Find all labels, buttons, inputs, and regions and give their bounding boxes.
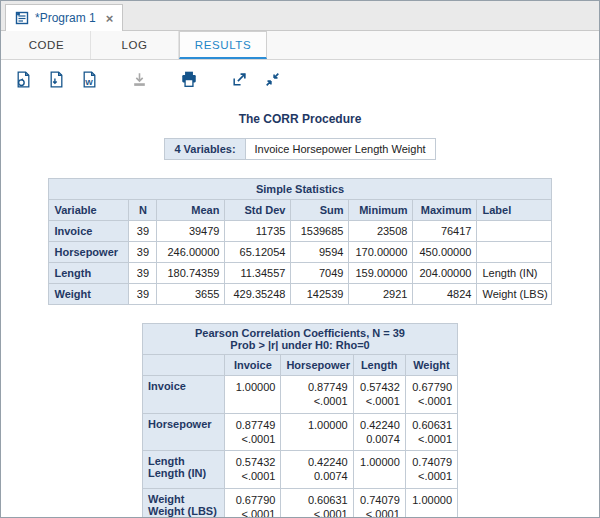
row-header: Weight bbox=[49, 284, 129, 305]
row-header: Length bbox=[49, 263, 129, 284]
cell: 170.00000 bbox=[349, 242, 413, 263]
sas-studio-results-window: *Program 1 × CODE LOG RESULTS bbox=[0, 0, 600, 518]
column-header: Length bbox=[353, 355, 405, 376]
row-header: Length Length (IN) bbox=[143, 451, 225, 489]
cell: 0.67790<.0001 bbox=[405, 376, 457, 414]
cell: 0.74079<.0001 bbox=[353, 488, 405, 518]
cell: 76417 bbox=[413, 221, 477, 242]
column-header: Invoice bbox=[225, 355, 281, 376]
cell: 39 bbox=[129, 242, 157, 263]
cell: 1.00000 bbox=[281, 413, 353, 451]
results-toolbar: W bbox=[1, 60, 599, 98]
row-header: Horsepower bbox=[143, 413, 225, 451]
cell: 204.00000 bbox=[413, 263, 477, 284]
cell: 180.74359 bbox=[157, 263, 225, 284]
table-title-row: Pearson Correlation Coefficients, N = 39… bbox=[143, 324, 458, 355]
procedure-title: The CORR Procedure bbox=[1, 112, 599, 126]
row-header: Horsepower bbox=[49, 242, 129, 263]
cell: 0.57432<.0001 bbox=[353, 376, 405, 414]
cell: 39 bbox=[129, 263, 157, 284]
cell: 2921 bbox=[349, 284, 413, 305]
program-tab-label: *Program 1 bbox=[35, 11, 96, 25]
download-pdf-icon[interactable] bbox=[44, 67, 68, 91]
tab-results[interactable]: RESULTS bbox=[179, 31, 267, 59]
cell: 11735 bbox=[225, 221, 291, 242]
cell: 0.57432<.0001 bbox=[225, 451, 281, 489]
open-new-window-icon[interactable] bbox=[227, 67, 251, 91]
cell: 1.00000 bbox=[353, 451, 405, 489]
table-row: Invoice 39 39479 11735 1539685 23508 764… bbox=[49, 221, 551, 242]
table-row: Invoice 1.00000 0.87749<.0001 0.57432<.0… bbox=[143, 376, 458, 414]
cell: 429.35248 bbox=[225, 284, 291, 305]
cell: 0.87749<.0001 bbox=[281, 376, 353, 414]
cell: 1.00000 bbox=[405, 488, 457, 518]
close-tab-icon[interactable]: × bbox=[106, 12, 114, 25]
cell: 0.74079<.0001 bbox=[405, 451, 457, 489]
cell: 0.422400.0074 bbox=[353, 413, 405, 451]
row-header: Invoice bbox=[143, 376, 225, 414]
cell: 0.60631<.0001 bbox=[405, 413, 457, 451]
program-icon bbox=[15, 11, 29, 25]
cell: 39 bbox=[129, 221, 157, 242]
column-header: Std Dev bbox=[225, 200, 291, 221]
cell: 142539 bbox=[291, 284, 349, 305]
cell: 39479 bbox=[157, 221, 225, 242]
cell: 39 bbox=[129, 284, 157, 305]
exit-maximized-icon[interactable] bbox=[260, 67, 284, 91]
cell: 0.422400.0074 bbox=[281, 451, 353, 489]
refresh-results-icon[interactable] bbox=[11, 67, 35, 91]
corner-cell bbox=[143, 355, 225, 376]
column-header: Minimum bbox=[349, 200, 413, 221]
column-header: N bbox=[129, 200, 157, 221]
cell bbox=[477, 221, 551, 242]
variables-list: Invoice Horsepower Length Weight bbox=[245, 139, 435, 160]
row-header: Weight Weight (LBS) bbox=[143, 488, 225, 518]
table-title-row: Simple Statistics bbox=[49, 179, 551, 200]
variables-count-label: 4 Variables: bbox=[165, 139, 245, 160]
download-word-icon[interactable]: W bbox=[77, 67, 101, 91]
pearson-title-line2: Prob > |r| under H0: Rho=0 bbox=[147, 339, 453, 351]
column-header: Sum bbox=[291, 200, 349, 221]
cell: 7049 bbox=[291, 263, 349, 284]
cell: 4824 bbox=[413, 284, 477, 305]
cell: 0.60631<.0001 bbox=[281, 488, 353, 518]
cell: 0.87749<.0001 bbox=[225, 413, 281, 451]
cell: 23508 bbox=[349, 221, 413, 242]
cell: 11.34557 bbox=[225, 263, 291, 284]
table-row: 4 Variables: Invoice Horsepower Length W… bbox=[165, 139, 435, 160]
table-header-row: Variable N Mean Std Dev Sum Minimum Maxi… bbox=[49, 200, 551, 221]
table-row: Horsepower 39 246.00000 65.12054 9594 17… bbox=[49, 242, 551, 263]
svg-text:W: W bbox=[85, 77, 93, 86]
pearson-correlation-table: Pearson Correlation Coefficients, N = 39… bbox=[142, 323, 458, 518]
document-tab-bar: *Program 1 × bbox=[1, 1, 599, 31]
cell bbox=[477, 242, 551, 263]
variables-table: 4 Variables: Invoice Horsepower Length W… bbox=[164, 138, 435, 160]
cell: 3655 bbox=[157, 284, 225, 305]
tab-log[interactable]: LOG bbox=[91, 31, 179, 59]
tab-code[interactable]: CODE bbox=[3, 31, 91, 59]
cell: 65.12054 bbox=[225, 242, 291, 263]
column-header: Maximum bbox=[413, 200, 477, 221]
table-row: Length Length (IN) 0.57432<.0001 0.42240… bbox=[143, 451, 458, 489]
column-header: Horsepower bbox=[281, 355, 353, 376]
table-header-row: Invoice Horsepower Length Weight bbox=[143, 355, 458, 376]
column-header: Variable bbox=[49, 200, 129, 221]
view-tab-bar: CODE LOG RESULTS bbox=[1, 31, 599, 60]
pearson-title: Pearson Correlation Coefficients, N = 39… bbox=[143, 324, 458, 355]
cell: 159.00000 bbox=[349, 263, 413, 284]
print-icon[interactable] bbox=[177, 67, 201, 91]
cell: 0.67790<.0001 bbox=[225, 488, 281, 518]
program-tab[interactable]: *Program 1 × bbox=[5, 4, 123, 31]
download-icon bbox=[127, 67, 151, 91]
cell: 246.00000 bbox=[157, 242, 225, 263]
column-header: Label bbox=[477, 200, 551, 221]
simple-statistics-title: Simple Statistics bbox=[49, 179, 551, 200]
table-row: Length 39 180.74359 11.34557 7049 159.00… bbox=[49, 263, 551, 284]
table-row: Horsepower 0.87749<.0001 1.00000 0.42240… bbox=[143, 413, 458, 451]
table-row: Weight Weight (LBS) 0.67790<.0001 0.6063… bbox=[143, 488, 458, 518]
column-header: Weight bbox=[405, 355, 457, 376]
cell: 1539685 bbox=[291, 221, 349, 242]
pearson-title-line1: Pearson Correlation Coefficients, N = 39 bbox=[147, 327, 453, 339]
cell: 450.00000 bbox=[413, 242, 477, 263]
cell: 9594 bbox=[291, 242, 349, 263]
